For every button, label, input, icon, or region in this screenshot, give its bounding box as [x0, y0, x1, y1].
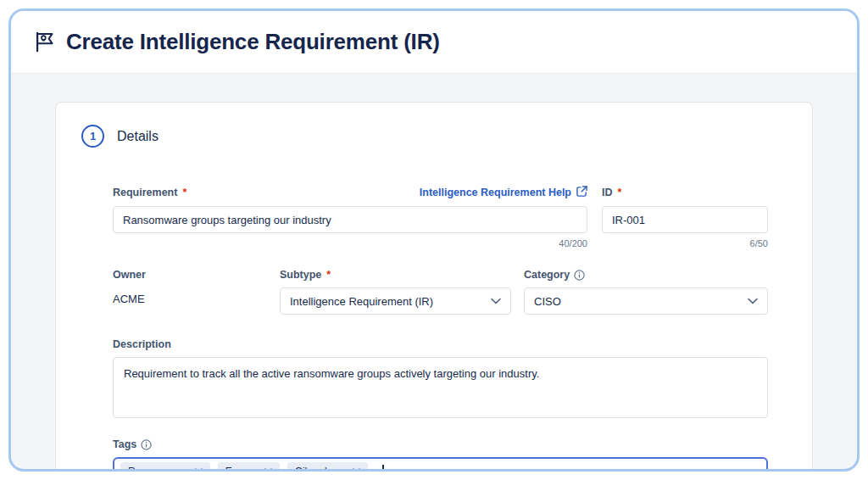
- tag-chip[interactable]: Energy: [218, 462, 280, 472]
- description-label: Description: [113, 338, 768, 350]
- step-number-badge: 1: [81, 125, 104, 148]
- subtype-select[interactable]: Intelligence Requirement (IR): [280, 287, 511, 315]
- tag-chip-label: Ransomware: [128, 466, 188, 472]
- page-title: Create Intelligence Requirement (IR): [66, 29, 440, 55]
- dialog-header: Create Intelligence Requirement (IR): [11, 11, 857, 74]
- owner-value: ACME: [113, 293, 280, 305]
- requirement-char-counter: 40/200: [113, 238, 587, 248]
- requirement-input[interactable]: [113, 206, 587, 233]
- info-icon[interactable]: [574, 270, 585, 281]
- required-asterisk: *: [326, 269, 331, 281]
- category-label: Category: [524, 269, 768, 281]
- details-form: Requirement* Intelligence Requirement He…: [113, 186, 768, 472]
- chevron-down-icon: [748, 298, 758, 304]
- id-char-counter: 6/50: [602, 238, 768, 248]
- tags-input[interactable]: Ransomware Energy Oil and: [113, 457, 768, 472]
- remove-tag-icon[interactable]: [195, 468, 203, 472]
- step-header: 1 Details: [56, 125, 812, 148]
- text-cursor: [382, 465, 384, 472]
- ir-flag-icon: [33, 31, 56, 53]
- dialog-body: 1 Details Requirement* Intelligence Requ…: [11, 74, 857, 472]
- chevron-down-icon: [491, 298, 501, 304]
- subtype-label: Subtype*: [280, 269, 511, 281]
- tag-chip-label: Energy: [225, 466, 258, 472]
- info-icon[interactable]: [141, 439, 152, 450]
- external-link-icon: [576, 186, 587, 199]
- remove-tag-icon[interactable]: [264, 468, 272, 472]
- required-asterisk: *: [618, 187, 622, 198]
- details-card: 1 Details Requirement* Intelligence Requ…: [55, 102, 813, 472]
- requirement-label: Requirement*: [113, 187, 186, 198]
- tags-label: Tags: [113, 438, 768, 450]
- step-title: Details: [117, 129, 159, 144]
- category-select[interactable]: CISO: [524, 287, 768, 315]
- owner-label: Owner: [113, 269, 280, 281]
- remove-tag-icon[interactable]: [353, 468, 360, 472]
- id-label: ID*: [602, 187, 621, 198]
- description-textarea[interactable]: Requirement to track all the active rans…: [113, 357, 768, 418]
- ir-help-link[interactable]: Intelligence Requirement Help: [420, 186, 587, 199]
- create-ir-dialog: Create Intelligence Requirement (IR) 1 D…: [8, 8, 860, 472]
- category-selected-value: CISO: [534, 295, 561, 308]
- tag-chip-label: Oil and gas: [295, 466, 347, 472]
- required-asterisk: *: [182, 187, 186, 198]
- subtype-selected-value: Intelligence Requirement (IR): [290, 295, 433, 308]
- id-input[interactable]: [602, 206, 768, 233]
- tag-chip[interactable]: Ransomware: [120, 462, 210, 472]
- tag-chip[interactable]: Oil and gas: [287, 462, 369, 472]
